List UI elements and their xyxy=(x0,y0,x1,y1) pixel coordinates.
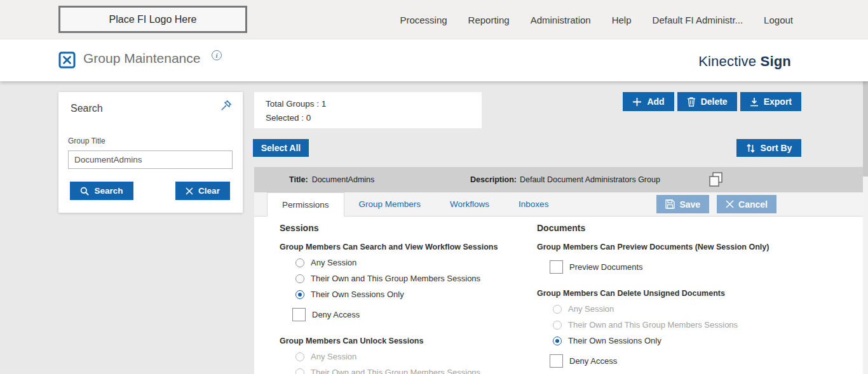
delete-button-label: Delete xyxy=(701,97,728,107)
total-groups-text: Total Groups : 1 xyxy=(266,99,482,109)
sort-by-label: Sort By xyxy=(761,143,792,153)
group-description-field-label: Description: xyxy=(470,175,517,184)
pin-icon[interactable] xyxy=(220,99,233,112)
group-maintenance-icon xyxy=(58,51,76,69)
select-all-label: Select All xyxy=(261,143,301,153)
radio-option[interactable]: Their Own and This Group Members Session… xyxy=(280,270,534,286)
save-button[interactable]: Save xyxy=(656,195,709,213)
radio-label: Any Session xyxy=(311,352,356,361)
tab-action-buttons: Save Cancel xyxy=(656,195,776,213)
tab-group-members[interactable]: Group Members xyxy=(344,192,436,216)
nav-processing[interactable]: Processing xyxy=(400,15,447,25)
nav-administration[interactable]: Administration xyxy=(531,15,591,25)
search-panel: Search Group Title Search C xyxy=(58,92,243,213)
radio-label: Their Own Sessions Only xyxy=(568,336,661,345)
radio-label: Any Session xyxy=(311,258,356,267)
radio-icon[interactable] xyxy=(295,274,304,283)
cancel-button[interactable]: Cancel xyxy=(717,195,776,213)
select-all-button[interactable]: Select All xyxy=(253,139,309,157)
sessions-heading: Sessions xyxy=(280,223,534,233)
checkbox-icon[interactable] xyxy=(550,354,563,368)
radio-icon-selected[interactable] xyxy=(553,337,562,345)
radio-option[interactable]: Any Session xyxy=(280,349,534,364)
info-icon[interactable]: i xyxy=(212,50,222,60)
top-navigation: Processing Reporting Administration Help… xyxy=(400,0,793,39)
copy-group-icon[interactable] xyxy=(708,171,724,188)
radio-label: Their Own and This Group Members Session… xyxy=(311,274,480,283)
nav-logout[interactable]: Logout xyxy=(764,15,793,25)
sessions-column: Sessions Group Members Can Search and Vi… xyxy=(280,217,534,374)
radio-icon[interactable] xyxy=(553,321,562,330)
fi-logo-placeholder: Place FI Logo Here xyxy=(58,6,247,33)
download-icon xyxy=(750,97,759,107)
main-area: Search Group Title Search C xyxy=(0,81,868,374)
brand-regular: Kinective xyxy=(698,53,756,69)
radio-label: Their Own and This Group Members Session… xyxy=(568,320,738,330)
checkbox-label: Preview Documents xyxy=(569,262,643,272)
tab-permissions-label: Permissions xyxy=(282,200,329,210)
scrollbar-thumb[interactable] xyxy=(863,81,868,177)
tab-permissions[interactable]: Permissions xyxy=(267,192,344,217)
radio-option[interactable]: Any Session xyxy=(537,301,848,317)
search-button-label: Search xyxy=(94,186,123,196)
group-row-title: Title: DocumentAdmins xyxy=(289,175,374,184)
preview-documents-row[interactable]: Preview Documents xyxy=(537,255,848,279)
tab-inboxes-label: Inboxes xyxy=(519,199,548,209)
cancel-button-label: Cancel xyxy=(738,199,768,210)
vertical-scrollbar[interactable] xyxy=(863,81,868,374)
radio-icon[interactable] xyxy=(295,352,304,361)
radio-icon[interactable] xyxy=(553,305,562,314)
perm-group-label: Group Members Can Preview Documents (New… xyxy=(537,243,848,251)
delete-button[interactable]: Delete xyxy=(677,92,737,111)
radio-icon-selected[interactable] xyxy=(295,290,304,299)
radio-icon[interactable] xyxy=(295,368,304,374)
checkbox-label: Deny Access xyxy=(312,310,360,319)
nav-reporting[interactable]: Reporting xyxy=(468,15,510,25)
selected-count-text: Selected : 0 xyxy=(266,113,482,123)
radio-option[interactable]: Their Own Sessions Only xyxy=(537,333,848,349)
radio-icon[interactable] xyxy=(295,258,304,267)
add-button[interactable]: Add xyxy=(623,92,674,111)
group-title-input[interactable] xyxy=(68,150,233,169)
radio-option[interactable]: Any Session xyxy=(280,255,534,270)
deny-access-row[interactable]: Deny Access xyxy=(537,349,848,373)
perm-group-label: Group Members Can Search and View Workfl… xyxy=(280,243,534,251)
radio-option[interactable]: Their Own Sessions Only xyxy=(280,286,534,302)
top-bar: Place FI Logo Here Processing Reporting … xyxy=(0,0,868,39)
export-button[interactable]: Export xyxy=(740,92,801,111)
radio-option[interactable]: Their Own and This Group Members Session… xyxy=(280,364,534,374)
deny-access-row[interactable]: Deny Access xyxy=(280,302,534,327)
permissions-tab-content: Sessions Group Members Can Search and Vi… xyxy=(254,217,863,374)
save-button-label: Save xyxy=(679,199,700,210)
group-row-description: Description: Default Document Administra… xyxy=(470,175,660,184)
clear-x-icon xyxy=(186,187,193,195)
perm-group-delete-unsigned-documents: Group Members Can Delete Unsigned Docume… xyxy=(537,289,848,373)
radio-label: Their Own Sessions Only xyxy=(311,290,404,299)
sort-by-button[interactable]: Sort By xyxy=(736,139,801,157)
checkbox-icon[interactable] xyxy=(550,260,563,274)
radio-option[interactable]: Their Own and This Group Members Session… xyxy=(537,317,848,333)
documents-column: Documents Group Members Can Preview Docu… xyxy=(537,217,848,374)
trash-icon xyxy=(687,97,696,107)
group-title-label: Group Title xyxy=(68,137,105,145)
page-title: Group Maintenance xyxy=(83,51,200,66)
nav-user-menu[interactable]: Default FI Administr... xyxy=(653,15,743,25)
tab-workflows-label: Workflows xyxy=(450,199,489,209)
search-panel-title: Search xyxy=(71,103,103,114)
add-button-label: Add xyxy=(647,97,664,107)
tab-inboxes[interactable]: Inboxes xyxy=(504,192,563,216)
perm-group-preview-documents: Group Members Can Preview Documents (New… xyxy=(537,243,848,279)
checkbox-icon[interactable] xyxy=(292,308,306,321)
brand-bold: Sign xyxy=(761,53,791,69)
search-button[interactable]: Search xyxy=(70,182,133,200)
search-icon xyxy=(80,187,89,196)
brand-logo: Kinective Sign xyxy=(698,53,791,70)
group-row[interactable]: Title: DocumentAdmins Description: Defau… xyxy=(254,167,863,192)
group-description-value: Default Document Administrators Group xyxy=(520,175,660,184)
group-detail-tabs: Permissions Group Members Workflows Inbo… xyxy=(254,192,863,217)
tab-workflows[interactable]: Workflows xyxy=(435,192,504,216)
clear-button[interactable]: Clear xyxy=(175,182,230,200)
perm-group-unlock-sessions: Group Members Can Unlock Sessions Any Se… xyxy=(280,337,534,374)
nav-help[interactable]: Help xyxy=(612,15,632,25)
radio-label: Their Own and This Group Members Session… xyxy=(311,368,480,374)
